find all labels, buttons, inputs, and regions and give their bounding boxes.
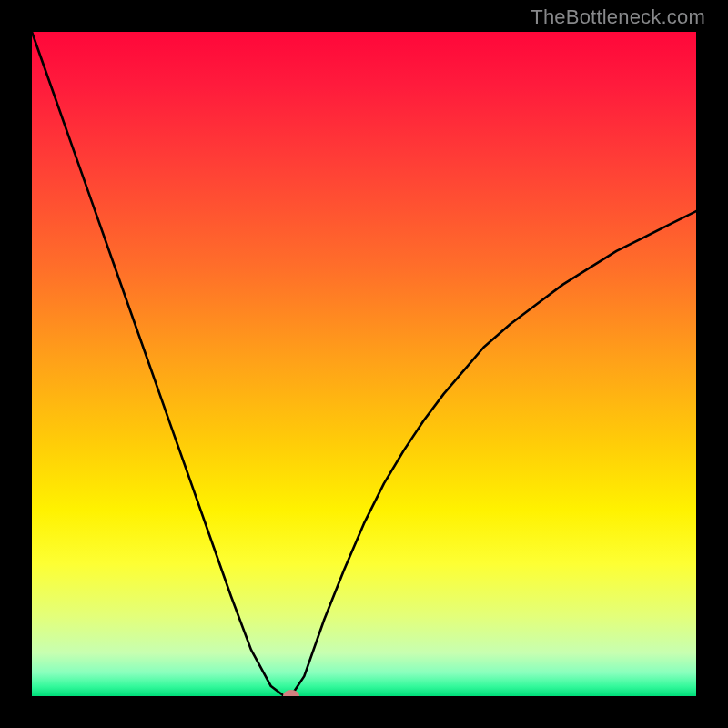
optimal-point-marker — [283, 690, 299, 696]
plot-area — [32, 32, 696, 696]
bottleneck-curve — [32, 32, 696, 696]
chart-frame: TheBottleneck.com — [0, 0, 728, 728]
watermark-label: TheBottleneck.com — [531, 5, 705, 29]
